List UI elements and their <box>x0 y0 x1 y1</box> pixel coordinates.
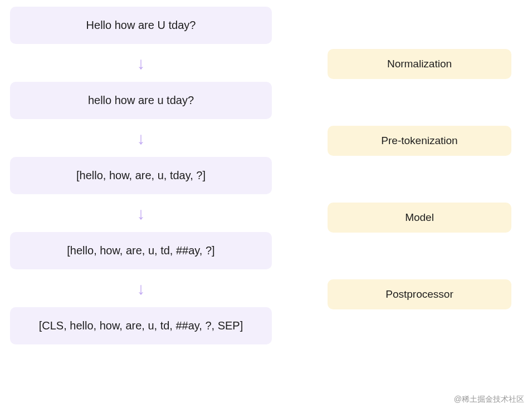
diagram-container: Hello how are U tday? ↓ hello how are u … <box>0 0 532 344</box>
stage-normalization: Normalization <box>328 49 511 79</box>
watermark-text: @稀土掘金技术社区 <box>454 395 524 405</box>
pipeline-column: Hello how are U tday? ↓ hello how are u … <box>10 7 272 344</box>
arrow-down-icon: ↓ <box>137 194 145 232</box>
step-box-input: Hello how are U tday? <box>10 7 272 44</box>
stage-labels-column: Normalization Pre-tokenization Model Pos… <box>328 7 511 344</box>
arrow-down-icon: ↓ <box>137 44 145 82</box>
arrow-down-icon: ↓ <box>137 119 145 157</box>
stage-postprocessor: Postprocessor <box>328 279 511 309</box>
step-box-model-output: [hello, how, are, u, td, ##ay, ?] <box>10 232 272 269</box>
step-box-normalized: hello how are u tday? <box>10 82 272 119</box>
stage-model: Model <box>328 203 511 233</box>
stage-pretokenization: Pre-tokenization <box>328 126 511 156</box>
step-box-pretokenized: [hello, how, are, u, tday, ?] <box>10 157 272 194</box>
step-box-postprocessed: [CLS, hello, how, are, u, td, ##ay, ?, S… <box>10 307 272 344</box>
arrow-down-icon: ↓ <box>137 269 145 307</box>
